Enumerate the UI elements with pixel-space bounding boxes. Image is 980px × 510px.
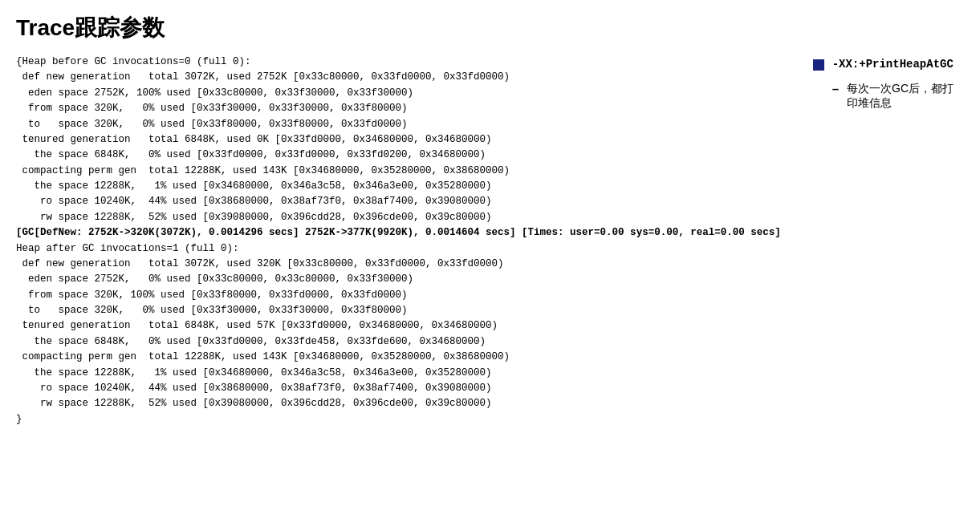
log-line: rw space 12288K, 52% used [0x39080000, 0… bbox=[16, 210, 781, 225]
log-line: tenured generation total 6848K, used 0K … bbox=[16, 132, 781, 148]
page-title: Trace跟踪参数 bbox=[16, 13, 964, 43]
left-panel: {Heap before GC invocations=0 (full 0): … bbox=[16, 55, 781, 427]
log-line: def new generation total 3072K, used 320… bbox=[16, 257, 781, 272]
log-line: def new generation total 3072K, used 275… bbox=[16, 70, 781, 85]
log-line: rw space 12288K, 52% used [0x39080000, 0… bbox=[16, 396, 781, 411]
option-text: -XX:+PrintHeapAtGC bbox=[832, 58, 954, 71]
log-line: from space 320K, 0% used [0x33f30000, 0x… bbox=[16, 101, 781, 116]
content-wrapper: {Heap before GC invocations=0 (full 0): … bbox=[16, 55, 964, 427]
description-text: 每次一次GC后，都打印堆信息 bbox=[847, 82, 964, 111]
log-line: the space 6848K, 0% used [0x33fd0000, 0x… bbox=[16, 334, 781, 350]
log-line: ro space 10240K, 44% used [0x38680000, 0… bbox=[16, 194, 781, 209]
log-line: the space 12288K, 1% used [0x34680000, 0… bbox=[16, 179, 781, 194]
bullet-square-icon bbox=[813, 59, 824, 71]
log-line: the space 12288K, 1% used [0x34680000, 0… bbox=[16, 366, 781, 381]
log-line: Heap after GC invocations=1 (full 0): bbox=[16, 241, 781, 257]
log-line: the space 6848K, 0% used [0x33fd0000, 0x… bbox=[16, 148, 781, 163]
dash-icon: – bbox=[832, 82, 839, 95]
dash-item: – 每次一次GC后，都打印堆信息 bbox=[832, 82, 964, 111]
log-line: compacting perm gen total 12288K, used 1… bbox=[16, 350, 781, 365]
log-line: from space 320K, 100% used [0x33f80000, … bbox=[16, 288, 781, 303]
right-panel: -XX:+PrintHeapAtGC – 每次一次GC后，都打印堆信息 bbox=[813, 55, 964, 111]
log-line: tenured generation total 6848K, used 57K… bbox=[16, 318, 781, 334]
log-line: } bbox=[16, 412, 781, 427]
log-line: [GC[DefNew: 2752K->320K(3072K), 0.001429… bbox=[16, 225, 781, 241]
option-item: -XX:+PrintHeapAtGC bbox=[813, 58, 964, 71]
log-line: eden space 2752K, 100% used [0x33c80000,… bbox=[16, 86, 781, 101]
log-line: to space 320K, 0% used [0x33f80000, 0x33… bbox=[16, 117, 781, 132]
log-line: compacting perm gen total 12288K, used 1… bbox=[16, 164, 781, 179]
log-line: {Heap before GC invocations=0 (full 0): bbox=[16, 55, 781, 70]
log-line: ro space 10240K, 44% used [0x38680000, 0… bbox=[16, 381, 781, 396]
log-line: eden space 2752K, 0% used [0x33c80000, 0… bbox=[16, 272, 781, 287]
log-line: to space 320K, 0% used [0x33f30000, 0x33… bbox=[16, 303, 781, 318]
